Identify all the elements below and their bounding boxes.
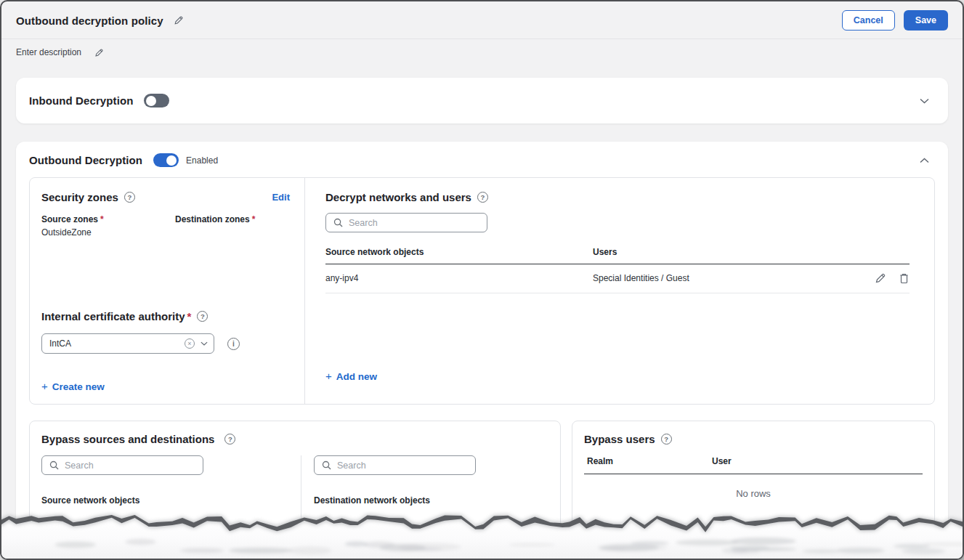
decrypt-search-input[interactable] — [349, 218, 479, 228]
description-row: Enter description — [16, 47, 948, 57]
info-icon[interactable]: i — [227, 338, 240, 350]
edit-zones-link[interactable]: Edit — [272, 192, 290, 203]
row-users-value: Special Identities / Guest — [593, 273, 689, 283]
source-zones-value: OutsideZone — [41, 227, 293, 238]
toggle-knob — [166, 155, 177, 166]
inbound-decryption-title: Inbound Decryption — [29, 94, 133, 107]
required-asterisk: * — [252, 214, 256, 224]
row-actions — [875, 272, 910, 284]
help-icon[interactable]: ? — [224, 434, 235, 445]
toggle-knob — [146, 96, 156, 106]
security-zones-title: Security zones — [41, 191, 118, 203]
bypass-source-search-box — [41, 455, 203, 475]
required-asterisk: * — [187, 310, 192, 322]
internal-ca-title: Internal certificate authority* — [41, 310, 191, 322]
bypass-source-search-input[interactable] — [65, 460, 195, 471]
decrypt-search-box — [325, 213, 487, 232]
source-zones-label: Source zones* — [41, 214, 175, 224]
inbound-decryption-card: Inbound Decryption — [16, 78, 948, 123]
zones-and-decrypt-box: Security zones ? Edit Source zones* Dest… — [29, 177, 935, 405]
outbound-collapse-chevron-up-icon[interactable] — [920, 158, 935, 163]
clear-selection-icon[interactable]: × — [185, 338, 195, 349]
bypass-users-table-header: Realm User — [584, 456, 923, 474]
cancel-button[interactable]: Cancel — [842, 10, 895, 31]
outbound-card-header: Outbound Decryption Enabled — [29, 153, 935, 167]
required-asterisk: * — [100, 214, 104, 224]
no-rows-message: No rows — [584, 488, 923, 499]
inbound-expand-chevron-down-icon[interactable] — [920, 98, 935, 104]
bypass-destination-search-box — [314, 455, 476, 475]
plus-icon: + — [325, 370, 332, 382]
inbound-decryption-toggle[interactable] — [144, 94, 169, 107]
column-header-source-network-objects: Source network objects — [41, 495, 301, 506]
table-row[interactable]: any-ipv4 Special Identities / Guest — [325, 264, 910, 293]
outbound-decryption-title: Outbound Decryption — [29, 154, 142, 166]
bypass-source-column: Source network objects — [41, 455, 301, 550]
bypass-sections-row: Bypass sources and destinations ? Source… — [29, 421, 935, 559]
bypass-users-panel: Bypass users ? Realm User No rows — [572, 421, 935, 559]
decrypt-networks-title: Decrypt networks and users — [325, 191, 471, 203]
column-header-source-network-objects: Source network objects — [325, 247, 593, 257]
column-header-user: User — [712, 456, 732, 466]
bypass-destination-search-input[interactable] — [337, 460, 468, 471]
row-source-value: any-ipv4 — [325, 273, 593, 283]
select-chevron-down-icon[interactable] — [201, 341, 208, 346]
destination-zones-label: Destination zones* — [175, 214, 293, 224]
policy-editor-window: Outbound decryption policy Cancel Save E… — [0, 0, 964, 560]
help-icon[interactable]: ? — [124, 192, 135, 203]
column-header-destination-network-objects: Destination network objects — [314, 495, 476, 506]
page-header: Outbound decryption policy Cancel Save — [1, 1, 963, 39]
edit-description-pencil-icon[interactable] — [94, 48, 104, 57]
bypass-users-title: Bypass users — [584, 433, 655, 445]
outbound-decryption-card: Outbound Decryption Enabled Security zon… — [16, 142, 948, 534]
column-header-users: Users — [593, 247, 617, 257]
page-title: Outbound decryption policy — [16, 15, 163, 27]
edit-row-pencil-icon[interactable] — [875, 272, 886, 284]
add-new-decrypt-row-link[interactable]: +Add new — [325, 370, 910, 382]
internal-ca-select[interactable]: IntCA × — [41, 333, 214, 354]
help-icon[interactable]: ? — [197, 311, 208, 322]
security-zones-panel: Security zones ? Edit Source zones* Dest… — [30, 178, 305, 404]
create-new-ca-link[interactable]: +Create new — [41, 380, 293, 392]
delete-row-trash-icon[interactable] — [899, 272, 910, 284]
plus-icon: + — [41, 380, 48, 392]
description-placeholder: Enter description — [16, 47, 81, 57]
bypass-sources-title: Bypass sources and destinations — [41, 433, 214, 445]
internal-ca-selected-value: IntCA — [49, 338, 185, 349]
outbound-toggle-state-label: Enabled — [186, 155, 218, 166]
edit-title-pencil-icon[interactable] — [174, 15, 184, 25]
save-button[interactable]: Save — [904, 10, 948, 31]
bypass-sources-panel: Bypass sources and destinations ? Source… — [29, 421, 561, 559]
search-icon — [49, 460, 59, 470]
search-icon — [322, 460, 331, 470]
decrypt-table: Source network objects Users any-ipv4 Sp… — [325, 247, 910, 293]
column-header-realm: Realm — [587, 456, 712, 466]
bypass-destination-column: Destination network objects — [301, 455, 476, 550]
help-icon[interactable]: ? — [661, 434, 672, 445]
search-icon — [333, 218, 343, 227]
header-actions: Cancel Save — [842, 10, 948, 31]
help-icon[interactable]: ? — [477, 192, 488, 203]
outbound-decryption-toggle[interactable] — [153, 153, 179, 167]
decrypt-networks-panel: Decrypt networks and users ? Source netw… — [305, 178, 934, 404]
